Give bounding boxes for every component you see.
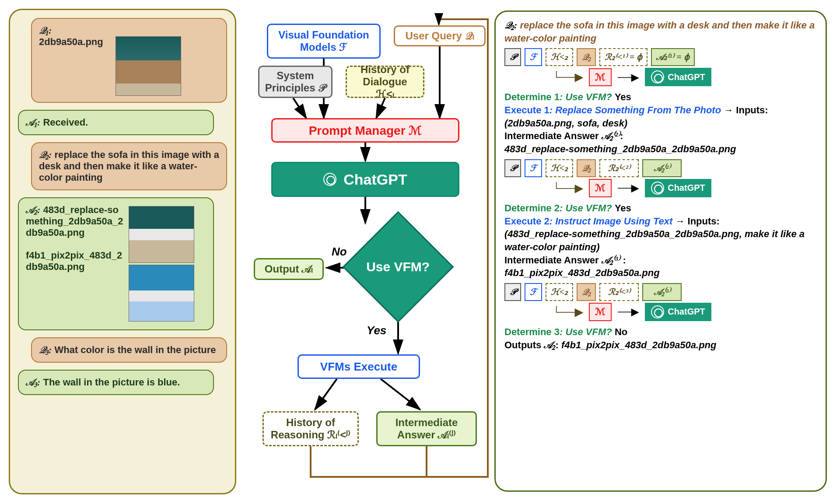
tok-R2: ℛ₂⁽<²⁾ [599,159,639,177]
execute-2: Execute 2: Instruct Image Using Text → I… [504,215,817,254]
determine-2: Determine 2: Use VFM? Yes [504,202,817,215]
visual-chatgpt-diagram: 𝒬₁: 2db9a50a.png 𝒜₁: Received. 𝒬₂: repla… [9,9,831,495]
history-reasoning-box: History of Reasoning ℛᵢ⁽<ʲ⁾ [262,411,359,446]
output-box: Output 𝒜ᵢ [254,258,324,280]
tok-P: 𝒫 [504,48,521,66]
a2-label: 𝒜₂: [26,204,40,215]
sofa-image-thumbnail [116,36,181,96]
a3-text: The wall in the picture is blue. [43,377,180,388]
svg-line-8 [315,379,337,410]
a1-bubble: 𝒜₁: Received. [18,110,214,135]
chatgpt-box: ChatGPT [271,162,459,197]
a2-file2: f4b1_pix2pix_483d_2db9a50a.png [26,250,122,272]
q3-label: 𝒬₃: [39,344,52,355]
q1-filename: 2db9a50a.png [39,36,103,48]
connector-icon: └──▶ [553,181,583,195]
prompt-manager-m: ℳ [589,179,612,197]
flowchart: Visual Foundation Models ℱ User Query 𝒬ᵢ… [245,13,490,486]
chatgpt-small-label: ChatGPT [668,71,705,83]
vfms-execute-box: VFMs Execute [298,354,420,379]
q2-bubble: 𝒬₂: replace the sofa in this image with … [31,142,227,190]
openai-logo-icon [651,305,664,318]
token-row-3: 𝒫 ℱ ℋ<₂ 𝒬₂ ℛ₂⁽<³⁾ 𝒜₂⁽³⁾ [504,283,817,301]
tok-R1: ℛ₂⁽<¹⁾ = ϕ [599,48,648,66]
execute-1: Execute 1: Replace Something From The Ph… [504,104,817,130]
right-q2-text: replace the sofa in this image with a de… [504,20,815,44]
history-dialogue-box: History of Dialogue ℋ<ᵢ [346,66,424,98]
determine-1: Determine 1: Use VFM? Yes [504,91,817,104]
use-vfm-decision: Use VFM? [343,211,454,323]
tok-F: ℱ [525,48,542,66]
tok-H: ℋ<₂ [546,48,573,66]
q2-label: 𝒬₂: [39,149,52,160]
intermediate-2: Intermediate Answer 𝒜₂⁽³⁾ : f4b1_pix2pix… [504,254,817,280]
svg-line-2 [376,98,385,118]
right-q2: 𝒬₂: replace the sofa in this image with … [504,19,817,45]
reasoning-trace-panel: 𝒬₂: replace the sofa in this image with … [494,10,827,492]
dialogue-panel: 𝒬₁: 2db9a50a.png 𝒜₁: Received. 𝒬₂: repla… [9,9,236,494]
yes-label: Yes [367,324,386,337]
tok-A1: 𝒜₂⁽¹⁾ = ϕ [651,48,694,66]
chatgpt-small-label: ChatGPT [668,182,705,194]
m-flow-1: └──▶ ℳ ──▶ ChatGPT [553,68,817,86]
a3-bubble: 𝒜₃: The wall in the picture is blue. [18,370,214,395]
prompt-manager-m: ℳ [589,303,612,321]
arrow-right-icon: ──▶ [618,305,639,318]
q1-label: 𝒬₁: [39,25,52,36]
a3-label: 𝒜₃: [26,377,40,388]
connector-icon: └──▶ [553,70,583,84]
tok-H: ℋ<₂ [546,159,573,177]
a2-file1: 483d_replace-something_2db9a50a_2db9a50a… [26,204,123,238]
a2-bubble: 𝒜₂: 483d_replace-something_2db9a50a_2db9… [18,197,214,330]
chatgpt-label: ChatGPT [343,171,407,188]
token-row-2: 𝒫 ℱ ℋ<₂ 𝒬₂ ℛ₂⁽<²⁾ 𝒜₂⁽²⁾ [504,159,817,177]
svg-line-1 [293,98,306,118]
tok-Q: 𝒬₂ [577,159,596,177]
token-row-1: 𝒫 ℱ ℋ<₂ 𝒬₂ ℛ₂⁽<¹⁾ = ϕ 𝒜₂⁽¹⁾ = ϕ [504,48,817,66]
openai-logo-icon [323,173,336,186]
tok-A3: 𝒜₂⁽³⁾ [642,283,682,301]
tok-H: ℋ<₂ [546,283,573,301]
tok-P: 𝒫 [504,159,521,177]
chatgpt-pill: ChatGPT [645,68,711,86]
q1-bubble: 𝒬₁: 2db9a50a.png [31,18,227,103]
prompt-manager-m: ℳ [589,68,612,87]
a1-text: Received. [43,117,88,128]
vfm-models-box: Visual Foundation Models ℱ [267,24,381,59]
q3-bubble: 𝒬₃: What color is the wall in the pictur… [31,337,227,363]
tok-P: 𝒫 [504,283,521,301]
desk-image-1 [129,206,194,263]
arrow-right-icon: ──▶ [618,71,639,84]
openai-logo-icon [651,182,664,195]
right-q2-label: 𝒬₂: [504,20,517,31]
tok-F: ℱ [525,159,542,177]
a2-thumbnails [129,204,194,323]
q2-text: replace the sofa in this image with a de… [39,149,219,183]
connector-icon: └──▶ [553,305,583,319]
intermediate-1: Intermediate Answer 𝒜₂⁽²⁾: 483d_replace-… [504,130,817,155]
watercolor-desk-image [129,265,194,322]
tok-A2: 𝒜₂⁽²⁾ [642,159,682,177]
system-principles-box: System Principles 𝒫 [258,66,332,98]
prompt-manager-box: Prompt Manager ℳ [271,118,459,143]
intermediate-answer-box: Intermediate Answer 𝒜ᵢ⁽ʲ⁾ [376,411,477,446]
chatgpt-pill: ChatGPT [645,303,711,321]
tok-Q: 𝒬₂ [577,48,596,66]
m-flow-2: └──▶ ℳ ──▶ ChatGPT [553,179,817,197]
q3-text: What color is the wall in the picture [54,344,216,355]
final-output: Outputs 𝒜₂: f4b1_pix2pix_483d_2db9a50a.p… [504,339,817,352]
user-query-box: User Query 𝒬ᵢ [394,25,486,46]
a1-label: 𝒜₁: [26,117,40,128]
arrow-right-icon: ──▶ [618,182,639,195]
svg-line-9 [381,379,420,410]
tok-Q: 𝒬₂ [577,283,596,301]
openai-logo-icon [651,70,664,84]
determine-3: Determine 3: Use VFM? No [504,326,817,339]
tok-R3: ℛ₂⁽<³⁾ [599,283,639,301]
decision-text: Use VFM? [366,259,430,274]
tok-F: ℱ [525,283,542,301]
no-label: No [332,245,347,259]
m-flow-3: └──▶ ℳ ──▶ ChatGPT [553,303,817,321]
chatgpt-small-label: ChatGPT [668,306,705,318]
chatgpt-pill: ChatGPT [645,179,711,197]
